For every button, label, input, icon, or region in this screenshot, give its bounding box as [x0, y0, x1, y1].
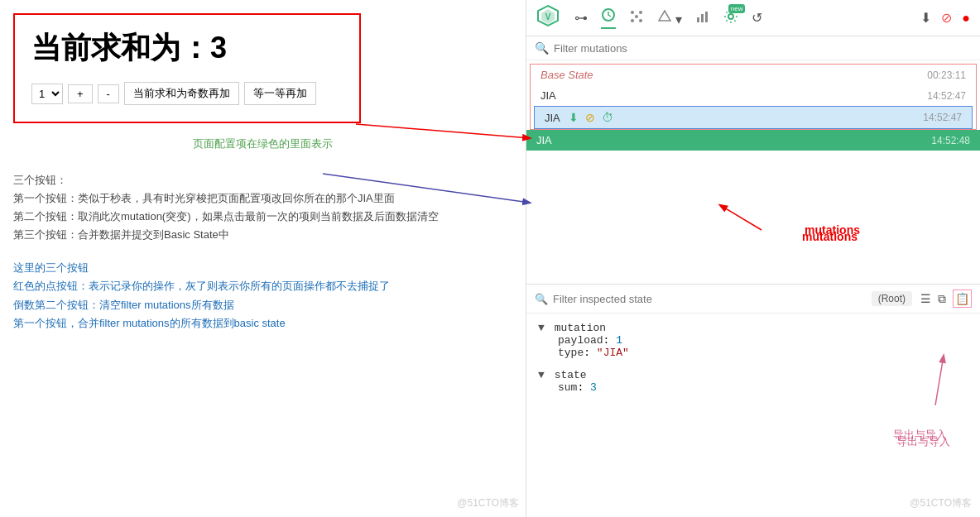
state-toolbar-icons: ☰ ⧉ 📋: [920, 290, 972, 308]
mutation-row-3[interactable]: JIA 14:52:48: [526, 130, 980, 151]
blue-line-1: 红色的点按钮：表示记录你的操作，灰了则表示你所有的页面操作都不去捕捉了: [13, 277, 512, 295]
sum-val: 3: [590, 381, 597, 394]
mutations-panel: 🔍 Base State 00:23:11 JIA 14:52:47: [526, 36, 980, 285]
svg-rect-10: [697, 17, 699, 22]
mutation-download-icon[interactable]: ⬇: [569, 111, 579, 124]
payload-val: 1: [616, 334, 622, 347]
state-filter-bar: 🔍 (Root) ☰ ⧉ 📋: [526, 285, 980, 314]
copy-state-icon[interactable]: ⧉: [938, 292, 946, 306]
controls-row: 1 2 3 + - 当前求和为奇数再加 等一等再加: [31, 82, 343, 105]
desc-heading: 三个按钮：: [13, 171, 512, 189]
green-note: 页面配置项在绿色的里面表示: [13, 136, 512, 151]
new-badge: new: [728, 4, 746, 13]
state-tree-body: sum: 3: [558, 381, 968, 394]
clear-icon[interactable]: ⊘: [941, 10, 952, 26]
main-box: 当前求和为：3 1 2 3 + - 当前求和为奇数再加 等一等再加: [13, 13, 361, 123]
wait-add-button[interactable]: 等一等再加: [244, 82, 316, 105]
svg-point-8: [635, 15, 638, 18]
mutation-actions: ⬇ ⊘ ⏱: [569, 111, 613, 124]
refresh-icon[interactable]: ↺: [752, 10, 762, 26]
watermark-right: @51CTO博客: [910, 496, 972, 510]
toolbar-right: ⬇ ⊘ ●: [920, 10, 970, 26]
filter-search-icon: 🔍: [535, 41, 549, 55]
state-key: state: [555, 369, 587, 381]
commit-icon[interactable]: ⊶: [574, 10, 588, 26]
mutation-toggle[interactable]: ▼: [538, 322, 545, 334]
base-state-time: 00:23:11: [927, 69, 966, 81]
blue-line-2: 倒数第二个按钮：清空filter mutations所有数据: [13, 296, 512, 314]
perf-icon[interactable]: [695, 9, 710, 27]
toolbar-icons: ⊶: [574, 7, 906, 29]
desc-line-3: 第三个按钮：合并数据并提交到Basic State中: [13, 226, 512, 244]
svg-point-7: [639, 19, 642, 22]
plus-button[interactable]: +: [68, 84, 93, 103]
odd-add-button[interactable]: 当前求和为奇数再加: [124, 82, 239, 105]
mutation-restore-icon[interactable]: ⏱: [602, 111, 613, 124]
record-icon[interactable]: ●: [962, 11, 970, 26]
watermark: @51CTO博客: [457, 496, 519, 510]
mutation-row-2[interactable]: JIA ⬇ ⊘ ⏱ 14:52:47: [534, 106, 973, 129]
mutation-tree-header: ▼ mutation: [538, 322, 968, 334]
settings-icon[interactable]: new: [723, 9, 738, 27]
svg-point-4: [631, 11, 634, 14]
state-tree: ▼ state sum: 3: [538, 369, 968, 394]
svg-rect-12: [705, 12, 708, 22]
svg-text:V: V: [545, 12, 551, 22]
sum-key: sum: [558, 381, 577, 394]
edit-state-icon[interactable]: 📋: [953, 290, 972, 308]
blue-heading: 这里的三个按钮: [13, 259, 512, 277]
svg-rect-11: [701, 14, 704, 22]
mutation-row-1[interactable]: JIA 14:52:47: [531, 85, 976, 106]
filter-bar: 🔍: [526, 36, 980, 60]
payload-key: payload: [558, 334, 603, 347]
svg-marker-9: [659, 11, 670, 21]
state-content: ▼ mutation payload: 1 type: "JIA": [526, 314, 980, 412]
desc-line-2: 第二个按钮：取消此次mutation(突变)，如果点击最前一次的项则当前数据及后…: [13, 208, 512, 226]
left-panel: 当前求和为：3 1 2 3 + - 当前求和为奇数再加 等一等再加 页面配置项在…: [0, 0, 526, 517]
vuex-logo: V: [536, 4, 560, 32]
svg-point-5: [639, 11, 642, 14]
base-state-header-row[interactable]: Base State 00:23:11: [531, 65, 976, 85]
mutation-time-2: 14:52:47: [923, 112, 962, 123]
number-select[interactable]: 1 2 3: [31, 84, 63, 104]
export-icon[interactable]: ⬇: [920, 10, 931, 26]
mutation-cancel-icon[interactable]: ⊘: [585, 111, 595, 124]
history-icon[interactable]: [601, 7, 616, 29]
mutation-time-3: 14:52:48: [931, 135, 970, 146]
svg-point-6: [631, 19, 634, 22]
state-panel: 🔍 (Root) ☰ ⧉ 📋 ▼ mutation: [526, 285, 980, 517]
mutation-name-2: JIA: [545, 112, 560, 124]
filter-mutations-input[interactable]: [554, 42, 972, 55]
mutation-tree: ▼ mutation payload: 1 type: "JIA": [538, 322, 968, 359]
toolbar: V ⊶: [526, 0, 980, 36]
state-toggle[interactable]: ▼: [538, 369, 545, 381]
base-state-section: Base State 00:23:11 JIA 14:52:47 JIA ⬇ ⊘: [530, 64, 977, 130]
mutation-list: Base State 00:23:11 JIA 14:52:47 JIA ⬇ ⊘: [526, 60, 980, 284]
base-state-label: Base State: [540, 69, 593, 81]
desc-line-1: 第一个按钮：类似于秒表，具有时光穿梭把页面配置项改回你所在的那个JIA里面: [13, 189, 512, 208]
root-label: (Root): [872, 291, 912, 306]
type-row: type: "JIA": [558, 347, 968, 359]
right-panel: V ⊶: [526, 0, 980, 517]
payload-row: payload: 1: [558, 334, 968, 347]
mutation-time-1: 14:52:47: [927, 90, 966, 102]
blue-description: 这里的三个按钮 红色的点按钮：表示记录你的操作，灰了则表示你所有的页面操作都不去…: [13, 259, 512, 332]
mutation-name-3: JIA: [536, 134, 552, 146]
components-icon[interactable]: [629, 9, 644, 27]
minus-button[interactable]: -: [98, 84, 119, 103]
mutation-name-1: JIA: [540, 89, 556, 102]
state-tree-header: ▼ state: [538, 369, 968, 381]
router-icon[interactable]: ▾: [657, 9, 682, 27]
state-search-icon: 🔍: [535, 293, 548, 305]
type-val: "JIA": [597, 347, 629, 359]
type-key: type: [558, 347, 584, 359]
filter-state-icon[interactable]: ☰: [920, 292, 931, 305]
svg-point-13: [728, 14, 733, 19]
mutation-key: mutation: [555, 322, 606, 334]
blue-line-3: 第一个按钮，合并filter mutations的所有数据到basic stat…: [13, 314, 512, 333]
description-section: 三个按钮： 第一个按钮：类似于秒表，具有时光穿梭把页面配置项改回你所在的那个JI…: [13, 171, 512, 244]
sum-display: 当前求和为：3: [31, 28, 343, 69]
sum-row: sum: 3: [558, 381, 968, 394]
filter-state-input[interactable]: [553, 293, 867, 305]
mutation-tree-body: payload: 1 type: "JIA": [558, 334, 968, 359]
